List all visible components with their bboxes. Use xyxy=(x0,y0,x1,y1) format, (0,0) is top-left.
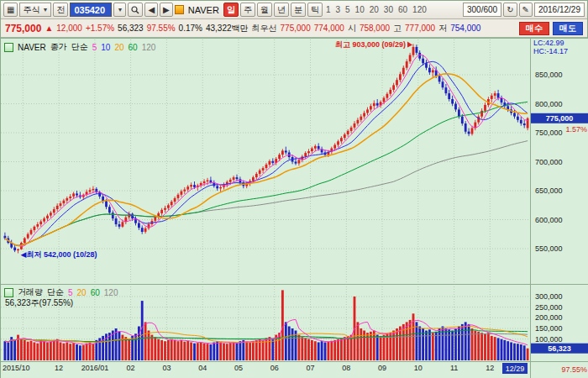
volume-legend-ma-type: 단순 xyxy=(47,286,64,298)
sell-button[interactable]: 매도 xyxy=(553,22,583,35)
bar-count-field[interactable]: 300/600 xyxy=(463,3,501,17)
open-label: 시 xyxy=(348,23,356,34)
volume-bars xyxy=(4,290,529,360)
search-icon[interactable] xyxy=(128,3,143,17)
asset-type-label: 주식 xyxy=(23,4,39,16)
stock-market-icon xyxy=(175,5,184,14)
candles xyxy=(4,44,529,253)
cycle-20-button[interactable]: 20 xyxy=(368,5,381,14)
change-percent: +1.57% xyxy=(86,24,114,33)
svg-text:600,000: 600,000 xyxy=(535,216,563,224)
caret-down-icon: ▼ xyxy=(42,7,48,13)
high-label: 고 xyxy=(393,23,402,34)
svg-text:200,000: 200,000 xyxy=(535,313,563,322)
svg-text:100,000: 100,000 xyxy=(535,335,563,344)
cycle-3-button[interactable]: 3 xyxy=(333,5,342,14)
volume-ma20-label[interactable]: 20 xyxy=(77,288,87,297)
price-info-bar: 775,000 ▲ 12,000 +1.57% 56,323 97.55% 0.… xyxy=(1,19,587,38)
cycle-10-button[interactable]: 10 xyxy=(354,5,366,14)
best-bid-price: 774,000 xyxy=(314,24,344,33)
magnifier-glyph xyxy=(131,6,139,14)
cycle-5-button[interactable]: 5 xyxy=(344,5,352,14)
svg-text:1.57%: 1.57% xyxy=(565,125,587,134)
volume-chart-tool-icon[interactable] xyxy=(4,288,13,297)
volume-ma5-label[interactable]: 5 xyxy=(68,288,73,297)
annotations: 최고 903,000 (09/29)◀최저 542,000 (10/28) xyxy=(21,40,413,258)
date-field[interactable]: 2016/12/29 xyxy=(534,3,585,17)
svg-text:850,000: 850,000 xyxy=(535,71,563,79)
svg-text:최고 903,000 (09/29): 최고 903,000 (09/29) xyxy=(335,40,406,49)
volume-chart-legend[interactable]: 거래량 단순 5 20 60 120 xyxy=(4,286,118,298)
price-legend-ma-type: 단순 xyxy=(71,41,88,53)
asset-type-select[interactable]: 주식 ▼ xyxy=(19,3,51,17)
current-price: 775,000 xyxy=(5,23,41,34)
low-label: 저 xyxy=(438,23,447,34)
next-stock-icon[interactable]: ▶ xyxy=(160,3,173,17)
prev-stock-icon[interactable]: ◀ xyxy=(144,3,158,17)
svg-text:775,000: 775,000 xyxy=(546,114,574,123)
buy-button[interactable]: 매수 xyxy=(519,22,549,35)
svg-text:11: 11 xyxy=(450,364,458,372)
period-month-button[interactable]: 월 xyxy=(257,3,272,17)
svg-text:12/29: 12/29 xyxy=(506,365,525,373)
period-year-button[interactable]: 년 xyxy=(274,3,289,17)
volume-value: 56,323 xyxy=(118,24,144,33)
price-ma60-label[interactable]: 60 xyxy=(129,43,138,52)
stock-name-label: NAVER xyxy=(186,5,222,15)
candlestick-volume-chart[interactable]: 850,000800,000750,000700,000650,000600,0… xyxy=(1,38,588,378)
period-week-button[interactable]: 주 xyxy=(240,3,255,17)
svg-text:06: 06 xyxy=(270,364,279,372)
open-price: 758,000 xyxy=(360,24,390,33)
price-legend-name: NAVER xyxy=(18,43,46,52)
cycle-120-button[interactable]: 120 xyxy=(411,5,428,14)
svg-text:◀최저 542,000 (10/28): ◀최저 542,000 (10/28) xyxy=(21,250,97,259)
cycle-30-button[interactable]: 30 xyxy=(382,5,395,14)
caret-down-icon: ▼ xyxy=(117,7,123,13)
period-minute-button[interactable]: 분 xyxy=(291,3,306,17)
price-ma20-label[interactable]: 20 xyxy=(114,43,123,52)
best-ask-price: 775,000 xyxy=(281,24,311,33)
svg-text:97.55%: 97.55% xyxy=(561,365,587,374)
svg-text:750,000: 750,000 xyxy=(535,129,563,137)
svg-text:12: 12 xyxy=(486,364,494,372)
price-chart-legend[interactable]: NAVER 종가 단순 5 10 20 60 120 xyxy=(4,41,155,53)
svg-text:800,000: 800,000 xyxy=(535,100,563,108)
svg-text:08: 08 xyxy=(342,364,350,372)
period-day-button[interactable]: 일 xyxy=(223,3,239,17)
svg-text:07: 07 xyxy=(306,364,314,372)
period-tick-button[interactable]: 틱 xyxy=(307,3,323,17)
refresh-icon[interactable]: ↻ xyxy=(503,3,517,17)
main-toolbar: ▦ 주식 ▼ 전 035420 ▼ ◀ ▶ NAVER 일 주 월 년 분 틱 … xyxy=(1,1,587,19)
svg-text:150,000: 150,000 xyxy=(535,324,563,333)
svg-text:12: 12 xyxy=(55,364,63,372)
stock-chart-window: ▦ 주식 ▼ 전 035420 ▼ ◀ ▶ NAVER 일 주 월 년 분 틱 … xyxy=(0,0,588,378)
change-up-arrow-icon: ▲ xyxy=(45,24,53,33)
prev-day-button[interactable]: 전 xyxy=(53,3,68,17)
price-legend-type: 종가 xyxy=(50,41,67,53)
cycle-1-button[interactable]: 1 xyxy=(324,5,333,14)
svg-text:05: 05 xyxy=(234,364,243,372)
volume-ma60-label[interactable]: 60 xyxy=(91,288,100,297)
turnover-percent: 0.17% xyxy=(179,24,202,33)
menu-icon[interactable]: ▦ xyxy=(3,3,18,17)
cycle-60-button[interactable]: 60 xyxy=(396,5,409,14)
svg-text:2016/01: 2016/01 xyxy=(81,364,109,372)
stock-code-input[interactable]: 035420 xyxy=(70,3,112,17)
edit-icon[interactable]: ✎ xyxy=(519,3,533,17)
svg-text:250,000: 250,000 xyxy=(535,303,563,312)
code-dropdown-icon[interactable]: ▼ xyxy=(113,3,126,17)
svg-text:02: 02 xyxy=(127,364,135,372)
best-quote-label: 최우선 xyxy=(252,23,277,34)
svg-text:10: 10 xyxy=(414,364,423,372)
chart-tool-icon[interactable] xyxy=(4,43,13,52)
price-ma10-label[interactable]: 10 xyxy=(101,43,110,52)
volume-ma120-label[interactable]: 120 xyxy=(104,288,118,297)
trade-value: 43,322백만 xyxy=(206,23,249,34)
price-ma5-label[interactable]: 5 xyxy=(92,43,97,52)
svg-text:04: 04 xyxy=(198,364,207,372)
change-value: 12,000 xyxy=(56,24,82,33)
svg-text:56,323: 56,323 xyxy=(548,344,571,353)
volume-legend-name: 거래량 xyxy=(18,286,43,298)
price-ma120-label[interactable]: 120 xyxy=(142,43,156,52)
volume-current-value: 56,323주(97.55%) xyxy=(5,297,73,309)
